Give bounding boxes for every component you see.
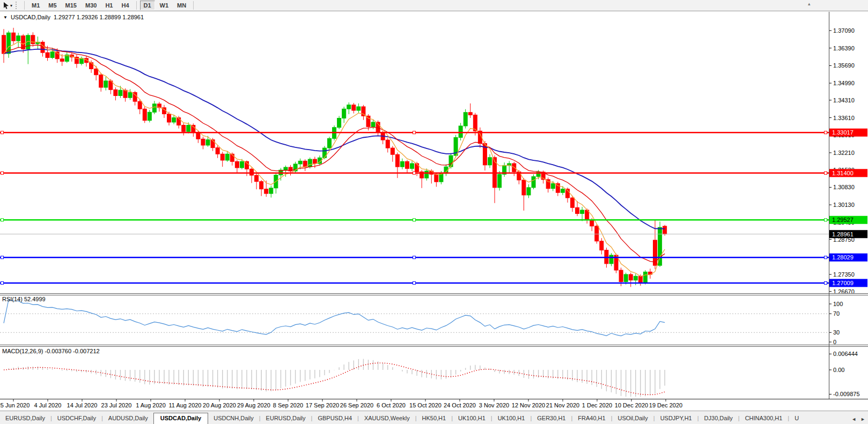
price-tick-label: 1.30130 [833,202,855,208]
candle-body [148,112,151,120]
candle-body [225,154,229,160]
price-tick-label: 1.37090 [833,27,855,34]
chart-ohlc-quote: 1.29277 1.29326 1.28899 1.28961 [54,14,144,20]
candle-body [250,169,254,175]
timeframe-button-h1[interactable]: H1 [101,1,116,10]
line-handle[interactable] [413,172,416,174]
candle-body [391,148,394,154]
date-tick-label: 15 Oct 2020 [409,402,442,408]
tab-fra40-h1[interactable]: FRA40,H1 [572,413,610,424]
price-tick-label: 1.33610 [833,115,855,121]
timeframe-button-m15[interactable]: M15 [62,1,80,10]
candle-body [371,122,375,127]
line-handle[interactable] [825,281,827,284]
candle-body [386,140,389,148]
candle-body [298,161,302,164]
candle-body [658,227,662,265]
line-handle[interactable] [413,256,416,259]
price-level-badge-text: 1.31400 [832,170,854,176]
price-tick-label: 1.32210 [833,150,855,156]
tab-xauusd-weekly[interactable]: XAUUSD,Weekly [359,413,415,424]
candle-body [400,161,404,167]
collapse-triangle-icon[interactable]: ▼ [3,15,8,20]
candle-body [2,35,6,54]
timeframe-button-mn[interactable]: MN [173,1,190,10]
tab-scroll-right-icon[interactable]: ► [859,416,867,422]
macd-panel: 0.0064440.00-0.009875 [4,351,860,397]
date-tick-label: 3 Nov 2020 [479,402,509,408]
candle-body [269,188,273,194]
timeframe-button-w1[interactable]: W1 [156,1,173,10]
candle-body [50,52,54,58]
candle-body [362,107,365,116]
line-handle[interactable] [413,219,416,221]
candle-body [201,139,205,145]
chart-symbol-label: USDCAD,Daily [11,14,50,20]
candle-body [425,171,429,178]
tab-usdjpy-h1[interactable]: USDJPY,H1 [655,413,697,424]
line-handle[interactable] [825,219,827,221]
tab-uk100-h1[interactable]: UK100,H1 [453,413,491,424]
line-handle[interactable] [1,172,4,174]
timeframe-button-m30[interactable]: M30 [82,1,100,10]
chevron-down-icon[interactable]: ▾ [10,3,12,8]
price-tick-label: 1.30830 [833,184,855,190]
price-level-badge-text: 1.27009 [832,280,854,286]
tab-audusd-daily[interactable]: AUDUSD,Daily [103,413,153,424]
candle-body [532,176,535,188]
line-handle[interactable] [825,256,827,259]
candle-body [172,118,176,122]
tab-gbpusd-h4[interactable]: GBPUSD,H4 [312,413,357,424]
date-tick-label: 14 Jul 2020 [67,402,98,408]
line-handle[interactable] [1,281,4,284]
pointer-tool-icon[interactable] [2,1,10,10]
date-tick-label: 6 Oct 2020 [377,402,406,408]
rsi-indicator-label: RSI(14) 52.4999 [2,296,46,302]
line-handle[interactable] [825,172,827,174]
candle-body [337,118,341,127]
line-handle[interactable] [413,131,416,134]
tab-usoil-daily[interactable]: USOil,Daily [613,413,653,424]
candle-body [60,59,64,62]
tab-china300-h1[interactable]: CHINA300,H1 [740,413,788,424]
tab-usdchf-daily[interactable]: USDCHF,Daily [52,413,101,424]
candle-body [576,207,579,213]
candle-body [619,270,623,281]
candle-body [128,92,132,98]
timeframe-button-h4[interactable]: H4 [117,1,133,10]
top-toolbar: ▾ M1M5M15M30H1H4D1W1MN ▴ [0,0,868,11]
tab-uk100-h1[interactable]: UK100,H1 [492,413,531,424]
line-handle[interactable] [1,256,4,259]
timeframe-button-m5[interactable]: M5 [45,1,60,10]
tab-hk50-h1[interactable]: HK50,H1 [417,413,452,424]
tab-truncated[interactable]: U [789,413,804,424]
timeframe-button-d1[interactable]: D1 [140,1,155,10]
candle-body [216,148,219,154]
candle-body [527,188,531,195]
date-tick-label: 24 Oct 2020 [444,402,476,408]
date-tick-label: 11 Aug 2020 [169,402,202,408]
timeframe-button-m1[interactable]: M1 [28,1,43,10]
tab-eurusd-daily[interactable]: EURUSD,Daily [261,413,311,424]
line-handle[interactable] [1,131,4,134]
candle-body [99,75,103,87]
tab-usdcnh-daily[interactable]: USDCNH,Daily [208,413,259,424]
line-handle[interactable] [413,281,416,284]
date-tick-label: 12 Nov 2020 [512,402,545,408]
candle-body [187,125,190,132]
line-handle[interactable] [825,131,827,134]
toolbar-grip-handle[interactable] [16,2,19,9]
tab-scroll-left-icon[interactable]: ◄ [850,416,858,422]
tab-dj30-daily[interactable]: DJ30,Daily [699,413,738,424]
candle-body [459,126,462,137]
tab-usdcad-daily[interactable]: USDCAD,Daily [153,413,208,424]
price-tick-label: 1.35690 [833,62,855,69]
candle-body [143,109,146,120]
date-tick-label: 29 Aug 2020 [237,402,270,408]
price-level-badge-text: 1.28029 [832,254,854,261]
candle-body [104,81,108,87]
tab-eurusd-daily[interactable]: EURUSD,Daily [0,413,50,424]
toolbar-overflow-icon[interactable]: ▴ [808,1,811,6]
tab-ger30-h1[interactable]: GER30,H1 [532,413,571,424]
line-handle[interactable] [1,219,4,221]
